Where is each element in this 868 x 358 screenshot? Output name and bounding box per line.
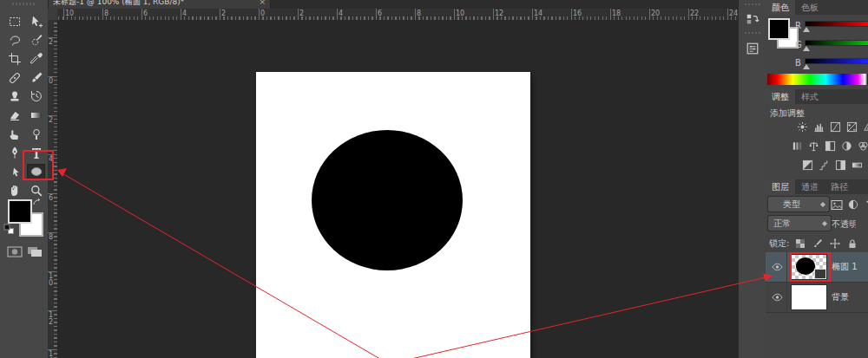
b-channel-slider[interactable]: B (795, 56, 868, 74)
document-title: 未标题-1 @ 100% (椭圆 1, RGB/8)* (53, 0, 184, 8)
layers-panel-tab[interactable]: 通道 (795, 179, 825, 194)
lock-position-icon[interactable] (828, 237, 842, 251)
lock-all-icon[interactable] (845, 237, 859, 251)
stamp-icon (8, 89, 22, 103)
layer-name[interactable]: 椭圆 1 (832, 261, 858, 273)
brush-icon (30, 71, 43, 85)
type-filter-icon[interactable] (863, 198, 868, 212)
gradient-tool[interactable] (27, 107, 45, 124)
channel-slider-knob[interactable] (803, 27, 810, 32)
history-brush-icon (30, 89, 43, 103)
spot-healing-brush-tool[interactable] (5, 69, 23, 86)
image-filter-icon[interactable] (830, 198, 844, 212)
adjustments-panel-tab[interactable]: 调整 (766, 89, 795, 104)
color-spectrum-bar[interactable] (767, 74, 868, 85)
adjustments-panel-tabs: 调整样式 (766, 89, 868, 104)
photo-filter-icon[interactable] (841, 140, 852, 152)
adjustments-panel-tab[interactable]: 样式 (795, 89, 825, 104)
crop-icon (8, 52, 22, 66)
channel-gradient-bar[interactable] (806, 41, 868, 45)
threshold-icon[interactable] (835, 159, 846, 171)
dodge-tool[interactable] (27, 126, 45, 142)
channel-gradient-bar[interactable] (806, 59, 868, 63)
smudge-tool[interactable] (5, 126, 23, 142)
layers-panel-tab[interactable]: 图层 (766, 179, 795, 194)
close-tab-icon[interactable]: × (259, 0, 266, 6)
layer-thumbnail[interactable] (792, 255, 826, 279)
move-tool[interactable] (27, 13, 45, 29)
hand-tool[interactable] (5, 182, 23, 199)
color-balance-icon[interactable] (808, 140, 819, 152)
ellipse-icon (30, 165, 43, 179)
add-adjustment-label: 添加调整 (770, 107, 805, 120)
channel-slider-knob[interactable] (803, 46, 810, 51)
swap-colors-icon[interactable] (32, 198, 43, 206)
brush-tool[interactable] (27, 69, 45, 86)
layers-panel-tab[interactable]: 路径 (825, 179, 854, 194)
eraser-tool[interactable] (5, 107, 23, 124)
channel-gradient-bar[interactable] (806, 22, 868, 26)
blend-mode-row: 正常 不透明度: (766, 216, 868, 233)
adjustment-filter-icon[interactable] (846, 198, 860, 212)
zoom-tool[interactable] (27, 182, 45, 199)
document-tab-bar: 未标题-1 @ 100% (椭圆 1, RGB/8)* × (48, 0, 738, 9)
ruler-label: 2 (49, 39, 56, 46)
channel-slider-knob[interactable] (803, 64, 810, 69)
ruler-label: 14 (534, 10, 542, 17)
document-tab[interactable]: 未标题-1 @ 100% (椭圆 1, RGB/8)* × (48, 0, 271, 9)
palette-grip[interactable] (12, 3, 36, 5)
layer-visibility-toggle[interactable] (767, 252, 787, 282)
pen-tool[interactable] (5, 145, 23, 161)
rectangular-marquee-tool[interactable] (5, 13, 23, 29)
default-colors-icon[interactable] (3, 224, 15, 235)
filter-kind-label: 类型 (783, 199, 800, 211)
ruler-label: 10 (456, 10, 464, 17)
layer-visibility-toggle[interactable] (767, 283, 787, 312)
panel-foreground-swatch[interactable] (768, 18, 790, 40)
panel-column: 颜色色板 R G B 调整样式 添加调整 图层通道路径 类型 (766, 0, 868, 358)
curves-icon[interactable] (830, 121, 841, 133)
eyedropper-tool[interactable] (27, 50, 45, 67)
eraser-icon (8, 108, 22, 122)
quick-mask-button[interactable] (7, 246, 23, 257)
levels-icon[interactable] (813, 121, 825, 133)
properties-panel-button[interactable] (739, 36, 766, 62)
layer-thumbnail[interactable] (792, 285, 826, 309)
lasso-tool[interactable] (5, 32, 23, 49)
color-panel-tab[interactable]: 颜色 (766, 0, 795, 15)
g-channel-slider[interactable]: G (795, 38, 868, 55)
posterize-icon[interactable] (819, 159, 830, 171)
screen-mode-button[interactable] (27, 246, 43, 257)
history-panel-button[interactable] (739, 7, 766, 33)
foreground-color-swatch[interactable] (8, 199, 32, 224)
layer-row-1[interactable]: 椭圆 1 (766, 252, 868, 283)
color-panel-tab[interactable]: 色板 (795, 0, 825, 15)
layer-name[interactable]: 背景 (832, 291, 849, 303)
invert-icon[interactable] (802, 159, 813, 171)
layer-row-2[interactable]: 背景 (766, 283, 868, 313)
exposure-icon[interactable] (846, 121, 858, 133)
rect-marquee-icon (8, 15, 22, 29)
clone-stamp-tool[interactable] (5, 88, 23, 105)
history-panel-icon (746, 13, 760, 27)
quick-selection-tool[interactable] (27, 32, 45, 49)
history-brush-tool[interactable] (27, 88, 45, 105)
lock-pixels-icon[interactable] (811, 237, 825, 251)
r-channel-slider[interactable]: R (795, 19, 868, 36)
properties-panel-icon (746, 42, 760, 55)
type-tool[interactable] (27, 145, 45, 161)
lock-transparency-icon[interactable] (793, 237, 807, 251)
crop-tool[interactable] (5, 50, 23, 67)
channel-label: B (795, 58, 801, 68)
vibrance-icon[interactable] (863, 121, 868, 133)
hue-saturation-icon[interactable] (792, 140, 803, 152)
filter-kind-dropdown[interactable]: 类型 (768, 197, 829, 212)
ellipse-tool[interactable] (27, 164, 45, 180)
brightness-contrast-icon[interactable] (797, 121, 808, 133)
path-selection-tool[interactable] (5, 164, 23, 180)
channel-mixer-icon[interactable] (858, 140, 868, 152)
gradient-map-icon[interactable] (852, 159, 863, 171)
eye-icon (770, 290, 784, 304)
black-white-icon[interactable] (825, 140, 836, 152)
blend-mode-dropdown[interactable]: 正常 (768, 216, 831, 231)
